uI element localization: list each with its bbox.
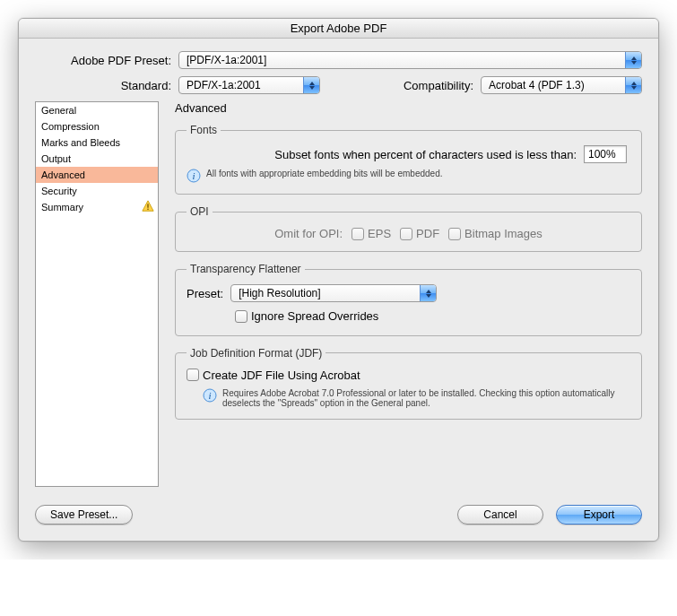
- preset-row: Adobe PDF Preset: [PDF/X-1a:2001]: [35, 51, 642, 69]
- fonts-note: All fonts with appropriate embedding bit…: [206, 169, 443, 178]
- svg-text:i: i: [192, 170, 195, 181]
- fonts-group: Fonts Subset fonts when percent of chara…: [175, 124, 642, 195]
- sidebar-item-marks-bleeds[interactable]: Marks and Bleeds: [36, 134, 158, 151]
- sidebar-item-general[interactable]: General: [36, 102, 158, 118]
- standard-label: Standard:: [35, 79, 178, 92]
- info-icon: i: [187, 169, 201, 183]
- panel-title: Advanced: [175, 101, 642, 115]
- fonts-note-row: i All fonts with appropriate embedding b…: [187, 169, 630, 183]
- export-button[interactable]: Export: [556, 505, 642, 525]
- opi-bitmap-checkbox[interactable]: Bitmap Images: [448, 227, 542, 240]
- compatibility-select[interactable]: Acrobat 4 (PDF 1.3): [481, 76, 642, 94]
- create-jdf-checkbox[interactable]: Create JDF File Using Acrobat: [187, 369, 360, 382]
- dropdown-arrows-icon: [625, 52, 641, 68]
- button-bar: Save Preset... Cancel Export: [35, 505, 642, 525]
- opi-pdf-checkbox[interactable]: PDF: [400, 227, 439, 240]
- opi-label: Omit for OPI:: [274, 227, 343, 240]
- opi-legend: OPI: [187, 205, 213, 218]
- standard-select[interactable]: PDF/X-1a:2001: [178, 76, 320, 94]
- category-sidebar: General Compression Marks and Bleeds Out…: [35, 101, 159, 487]
- flattener-ignore-row: Ignore Spread Overrides: [187, 309, 630, 325]
- fonts-subset-label: Subset fonts when percent of characters …: [274, 148, 577, 161]
- svg-rect-1: [147, 209, 148, 210]
- jdf-legend: Job Definition Format (JDF): [187, 347, 325, 360]
- flattener-group: Transparency Flattener Preset: [High Res…: [175, 263, 642, 336]
- dropdown-arrows-icon: [303, 77, 319, 93]
- svg-rect-0: [147, 204, 148, 207]
- flattener-preset-row: Preset: [High Resolution]: [187, 284, 630, 302]
- preset-label: Adobe PDF Preset:: [35, 54, 178, 67]
- jdf-group: Job Definition Format (JDF) Create JDF F…: [175, 347, 642, 421]
- preset-select[interactable]: [PDF/X-1a:2001]: [178, 51, 642, 69]
- ignore-spread-overrides-checkbox[interactable]: Ignore Spread Overrides: [235, 309, 378, 323]
- fonts-subset-row: Subset fonts when percent of characters …: [187, 145, 630, 163]
- flattener-preset-select[interactable]: [High Resolution]: [230, 284, 437, 302]
- export-pdf-dialog: Export Adobe PDF Adobe PDF Preset: [PDF/…: [18, 18, 659, 542]
- cancel-button[interactable]: Cancel: [457, 505, 543, 525]
- sidebar-item-compression[interactable]: Compression: [36, 118, 158, 134]
- compatibility-label: Compatibility:: [368, 79, 481, 92]
- dialog-content: Adobe PDF Preset: [PDF/X-1a:2001] Standa…: [19, 39, 658, 541]
- sidebar-item-advanced[interactable]: Advanced: [36, 167, 158, 183]
- preset-select-value: [PDF/X-1a:2001]: [187, 54, 625, 66]
- main-area: General Compression Marks and Bleeds Out…: [35, 101, 642, 487]
- flattener-preset-label: Preset:: [187, 287, 223, 300]
- warning-icon: [142, 200, 154, 213]
- jdf-note-row: i Requires Adobe Acrobat 7.0 Professiona…: [187, 388, 630, 408]
- sidebar-item-output[interactable]: Output: [36, 151, 158, 167]
- flattener-legend: Transparency Flattener: [187, 263, 305, 275]
- opi-eps-checkbox[interactable]: EPS: [352, 227, 391, 240]
- sidebar-item-summary[interactable]: Summary: [36, 199, 158, 215]
- svg-text:i: i: [208, 390, 211, 401]
- save-preset-button[interactable]: Save Preset...: [35, 505, 133, 525]
- standard-select-value: PDF/X-1a:2001: [187, 79, 303, 91]
- compatibility-select-value: Acrobat 4 (PDF 1.3): [489, 79, 625, 91]
- opi-group: OPI Omit for OPI: EPS PDF Bitmap Images: [175, 205, 642, 252]
- advanced-panel: Advanced Fonts Subset fonts when percent…: [175, 101, 642, 487]
- standard-compat-row: Standard: PDF/X-1a:2001 Compatibility: A…: [35, 76, 642, 94]
- sidebar-item-security[interactable]: Security: [36, 183, 158, 199]
- jdf-note: Requires Adobe Acrobat 7.0 Professional …: [222, 388, 630, 408]
- fonts-subset-input[interactable]: [584, 145, 627, 163]
- dropdown-arrows-icon: [420, 285, 436, 301]
- dropdown-arrows-icon: [625, 77, 641, 93]
- flattener-preset-value: [High Resolution]: [239, 287, 420, 299]
- opi-row: Omit for OPI: EPS PDF Bitmap Images: [187, 227, 630, 240]
- window-title: Export Adobe PDF: [19, 19, 658, 39]
- info-icon: i: [203, 388, 217, 403]
- fonts-legend: Fonts: [187, 124, 221, 136]
